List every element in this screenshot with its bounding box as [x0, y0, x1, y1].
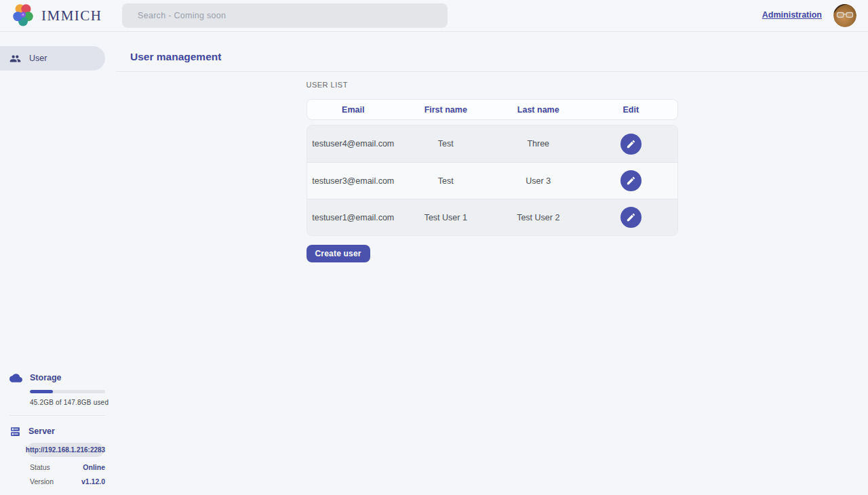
user-list-section: USER LIST Email First name Last name Edi…: [307, 81, 678, 262]
main-content: User management USER LIST Email First na…: [116, 32, 868, 495]
brand: IMMICH: [11, 0, 102, 31]
search-bar[interactable]: [122, 3, 448, 28]
version-label: Version: [30, 477, 54, 486]
cell-edit: [585, 170, 677, 191]
cloud-icon: [9, 372, 22, 384]
cell-email: testuser1@email.com: [307, 213, 400, 222]
storage-progress-fill: [30, 390, 53, 393]
server-version-row: Version v1.12.0: [30, 477, 105, 486]
administration-link[interactable]: Administration: [762, 10, 822, 20]
cell-edit: [585, 207, 677, 228]
storage-section-header: Storage: [0, 371, 116, 384]
status-value: Online: [83, 463, 105, 471]
top-bar: IMMICH Administration: [0, 0, 868, 32]
table-body: testuser4@email.com Test Three te: [307, 125, 678, 236]
server-status-row: Status Online: [30, 463, 105, 471]
pencil-icon: [626, 212, 636, 222]
immich-logo-icon: [11, 3, 35, 28]
cell-last-name: Three: [492, 139, 585, 148]
create-user-button[interactable]: Create user: [307, 245, 370, 262]
storage-progress-bar: [30, 390, 105, 393]
cell-email: testuser3@email.com: [307, 176, 400, 186]
pencil-icon: [626, 139, 636, 149]
cell-last-name: User 3: [492, 176, 585, 186]
column-header-first-name: First name: [399, 105, 492, 115]
server-section-header: Server: [0, 424, 116, 438]
avatar-photo: [833, 4, 856, 27]
search-input[interactable]: [122, 3, 448, 28]
table-row: testuser4@email.com Test Three: [307, 125, 677, 162]
sidebar-item-user[interactable]: User: [0, 46, 105, 71]
version-value: v1.12.0: [81, 477, 105, 486]
edit-user-button[interactable]: [620, 170, 642, 191]
brand-name: IMMICH: [41, 7, 102, 24]
table-header-row: Email First name Last name Edit: [307, 99, 678, 120]
cell-email: testuser4@email.com: [307, 139, 400, 148]
cell-edit: [585, 134, 677, 155]
immich-app: IMMICH Administration: [0, 0, 868, 495]
column-header-edit: Edit: [585, 105, 677, 115]
sidebar-item-label: User: [29, 54, 47, 63]
column-header-last-name: Last name: [492, 105, 585, 115]
users-icon: [9, 53, 21, 64]
server-icon: [9, 426, 21, 437]
status-label: Status: [30, 463, 50, 471]
edit-user-button[interactable]: [620, 207, 642, 228]
cell-first-name: Test: [399, 139, 492, 148]
storage-title: Storage: [30, 373, 62, 382]
pencil-icon: [626, 176, 636, 186]
cell-last-name: Test User 2: [492, 213, 585, 222]
server-url-chip: http://192.168.1.216:2283: [27, 443, 104, 457]
table-row: testuser3@email.com Test User 3: [307, 162, 677, 199]
section-label: USER LIST: [307, 81, 678, 89]
user-avatar[interactable]: [833, 4, 856, 27]
table-row: testuser1@email.com Test User 1 Test Use…: [307, 199, 677, 235]
sidebar-footer: Storage 45.2GB of 147.8GB used Server: [0, 371, 116, 495]
sidebar: User Storage 45.2GB of 147.8GB used: [0, 32, 116, 495]
page-header: User management: [116, 32, 868, 72]
column-header-email: Email: [307, 105, 400, 115]
edit-user-button[interactable]: [620, 134, 642, 155]
storage-usage-text: 45.2GB of 147.8GB used: [30, 399, 116, 406]
sidebar-divider: [9, 415, 105, 416]
cell-first-name: Test User 1: [399, 213, 492, 222]
page-title: User management: [130, 51, 868, 63]
cell-first-name: Test: [399, 176, 492, 186]
server-title: Server: [28, 427, 55, 436]
